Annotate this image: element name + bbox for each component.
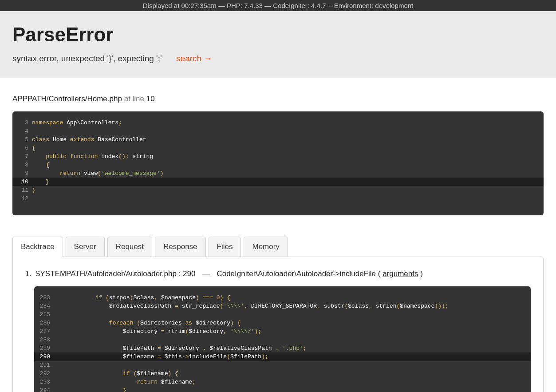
tab-server[interactable]: Server [66, 237, 105, 257]
trace-separator: — [202, 269, 210, 278]
trace-source-block: 283 if (strpos($class, $namespace) === 0… [34, 286, 531, 392]
tab-files[interactable]: Files [209, 237, 241, 257]
tab-backtrace[interactable]: Backtrace [12, 237, 63, 257]
tab-panel-backtrace: 1. SYSTEMPATH/Autoloader/Autoloader.php … [12, 257, 544, 392]
trace-close-paren: ) [420, 269, 423, 278]
tab-memory[interactable]: Memory [244, 237, 288, 257]
tabs-bar: Backtrace Server Request Response Files … [12, 237, 544, 257]
trace-arguments-link[interactable]: arguments [382, 269, 418, 278]
error-message: syntax error, unexpected '}', expecting … [12, 54, 162, 63]
trace-index: 1. [25, 269, 32, 278]
trace-file: SYSTEMPATH/Autoloader/Autoloader.php : 2… [35, 269, 195, 278]
at-line-label: at line [122, 95, 146, 103]
source-code-block: 3namespace App\Controllers; 4 5class Hom… [12, 111, 544, 215]
highlighted-error-line: 10 } [12, 178, 544, 186]
search-link[interactable]: search → [176, 54, 212, 63]
trace-call: CodeIgniter\Autoloader\Autoloader->inclu… [217, 269, 380, 278]
error-title: ParseError [12, 24, 544, 46]
file-path: APPPATH/Controllers/Home.php [12, 95, 122, 103]
tab-request[interactable]: Request [107, 237, 152, 257]
error-header: ParseError syntax error, unexpected '}',… [0, 11, 556, 78]
error-line-number: 10 [146, 95, 155, 103]
file-location: APPPATH/Controllers/Home.php at line 10 [12, 95, 544, 103]
status-bar: Displayed at 00:27:35am — PHP: 7.4.33 — … [0, 0, 556, 11]
highlighted-trace-line: 290 $filename = $this->includeFile($file… [34, 352, 531, 361]
tab-response[interactable]: Response [155, 237, 206, 257]
trace-entry: 1. SYSTEMPATH/Autoloader/Autoloader.php … [25, 269, 531, 278]
